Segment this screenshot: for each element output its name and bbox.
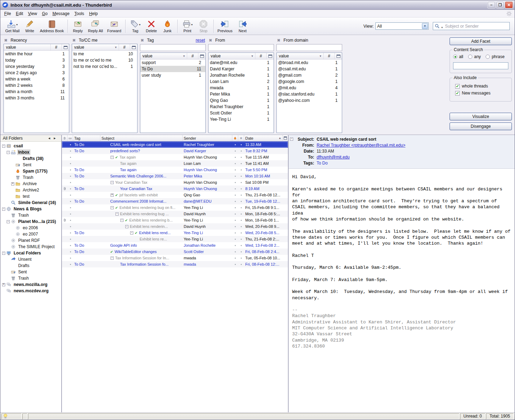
read-cell[interactable] [68,198,73,204]
facet-close-icon[interactable]: ✖ [277,38,280,42]
message-row[interactable]: To Do-Commencement 2008 Informat...dane@… [62,198,288,204]
folder-item-test[interactable]: test [0,193,61,200]
star-cell[interactable] [238,141,244,148]
message-row[interactable]: -Exhibit lens renderin...David HuynhWed,… [62,223,288,230]
read-cell[interactable] [68,186,73,192]
facet-count-header[interactable]: # [119,44,130,50]
folder-item-news-mozilla-org[interactable]: +news.mozilla.org [0,281,61,288]
star-cell[interactable] [238,167,244,173]
message-row[interactable]: To Do-Tax againHuynh Van ChuongTue 5:50 … [62,167,288,173]
star-cell[interactable] [238,223,244,230]
facet-row[interactable]: within 2 weeks8 [4,82,69,89]
junk-cell[interactable] [232,141,238,148]
thread-expander-icon[interactable]: - [111,156,114,159]
menu-edit[interactable]: Edit [13,10,26,17]
facet-row[interactable]: since yesterday3 [4,63,69,70]
tag-button[interactable]: ▾Tag [127,19,143,33]
facet-count-header[interactable]: # [324,53,335,59]
next-button[interactable]: Next [234,19,251,33]
folder-item-news-mozdev-org[interactable]: news.mozdev.org [0,288,61,294]
facet-filter-input[interactable] [276,44,342,51]
checkbox-whole-threads[interactable]: ✔ [455,84,460,89]
tree-expander-icon[interactable]: - [2,208,5,211]
attachment-column-header[interactable] [62,135,68,141]
facet-row[interactable]: user study1 [140,72,205,78]
facet-row[interactable]: Peter Mika1 [209,91,274,97]
facet-row[interactable]: within 3 months11 [4,95,69,101]
read-cell[interactable] [68,223,73,230]
facet-close-icon[interactable]: ✖ [141,38,144,42]
read-cell[interactable] [68,248,73,255]
message-row[interactable]: To Do-Tax Information Session fo...mwada… [62,261,288,267]
folder-item-the-simile-project[interactable]: The SIMILE Project [0,244,61,250]
menu-view[interactable]: View [26,10,40,17]
message-row[interactable]: To Do-✔Exhibit lens rend...Yee-Ting LiWe… [62,230,288,236]
folder-item-archive2[interactable]: Archive2 [0,187,61,193]
facet-row[interactable]: To Do11 [140,66,205,72]
read-cell[interactable] [68,217,73,223]
facet-row[interactable]: dane@mit.edu1 [209,59,274,66]
facet-column-picker[interactable] [267,55,274,58]
junk-cell[interactable] [232,255,238,261]
junk-cell[interactable] [232,148,238,154]
facet-row[interactable]: @gmail.com2 [277,72,342,78]
junk-cell[interactable] [232,179,238,186]
star-cell[interactable] [238,255,244,261]
folder-item-drafts[interactable]: Drafts [0,262,61,269]
disengage-button[interactable]: Disengage [450,122,512,130]
junk-cell[interactable] [232,242,238,248]
star-cell[interactable] [238,248,244,255]
search-input[interactable] [444,23,508,29]
dropdown-caret-icon[interactable]: ▾ [139,23,141,26]
junk-cell[interactable] [232,198,238,204]
message-row[interactable]: +✔jsf facelets with exhibitQing GaoThu, … [62,192,288,198]
read-cell[interactable] [68,211,73,217]
add-facet-button[interactable]: Add Facet [450,37,512,45]
facet-row[interactable]: @slac.stanford.edu1 [277,91,342,97]
facet-row[interactable]: mwada1 [209,85,274,91]
star-cell[interactable] [238,204,244,211]
radio-phrase[interactable] [486,55,490,59]
star-cell[interactable] [238,242,244,248]
message-row[interactable]: -✔Tax againHuynh Van ChuongTue 11:15 AM [62,154,288,160]
facet-column-picker[interactable] [335,55,342,58]
folder-item-spam-1775-[interactable]: Spam (1775) [0,168,61,174]
facet-row[interactable]: Yee-Ting Li1 [209,116,274,122]
thread-expander-icon[interactable]: - [111,206,114,209]
facet-row[interactable]: within the hour1 [4,51,69,57]
print-button[interactable]: ▾Print [179,19,196,33]
facet-close-icon[interactable]: ✖ [72,38,76,42]
facet-count-header[interactable]: # [255,53,267,59]
to-address-link[interactable]: dfhuynh@mit.edu [317,155,350,160]
thread-expander-icon[interactable]: - [111,257,114,260]
view-dropdown[interactable]: All ▼ [375,22,429,30]
folder-item-simile-general-16-[interactable]: Simile General (16) [0,200,61,206]
date-column-header[interactable]: Date▲ [244,135,283,141]
facet-row[interactable]: Scott Ostler1 [209,110,274,116]
folder-item-drafts-38-[interactable]: Drafts (38) [0,155,61,162]
star-cell[interactable] [238,192,244,198]
junk-cell[interactable] [232,154,238,160]
facet-value-header[interactable]: value▼ [140,53,187,59]
forward-button[interactable]: Forward [105,19,123,33]
message-row[interactable]: To Do-CSAIL web redesign card sortRachel… [62,141,288,148]
junk-cell[interactable] [232,211,238,217]
sender-column-header[interactable]: Sender [183,135,232,141]
facet-row[interactable]: @csail.mit.edu1 [277,66,342,72]
folder-item-news-blogs[interactable]: -News & Blogs [0,206,61,212]
read-cell[interactable] [68,160,73,167]
message-row[interactable]: -Exhibit lens rendering bug ...David Huy… [62,211,288,217]
message-row[interactable]: -✔Exhibit lens rendering bug on fi...Yee… [62,204,288,211]
junk-cell[interactable] [232,261,238,267]
facet-row[interactable]: @google.com1 [277,78,342,85]
message-row[interactable]: To Do-Your Canadian TaxHuynh Van Chuong8… [62,186,288,192]
thread-expander-icon[interactable]: - [111,181,114,184]
facet-column-picker[interactable] [130,46,137,49]
menu-file[interactable]: File [2,10,13,17]
minimize-button[interactable]: − [487,1,495,8]
folder-item-sent[interactable]: Sent [0,269,61,275]
message-row[interactable]: To Do-Google API infoJonathan RochelleWe… [62,242,288,248]
facet-count-header[interactable]: # [187,53,198,59]
junk-cell[interactable] [232,167,238,173]
facet-value-header[interactable]: value [4,44,51,50]
